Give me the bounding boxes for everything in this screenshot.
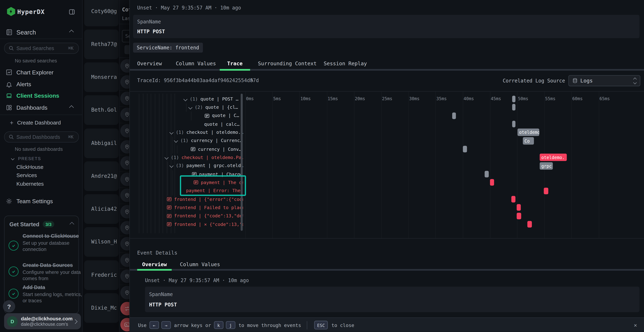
- swap-arrows-icon[interactable]: [120, 302, 130, 315]
- map-pin-icon[interactable]: [120, 75, 130, 89]
- sidebar-item-client-sessions[interactable]: Client Sessions: [0, 90, 82, 101]
- get-started-item[interactable]: Create Data Sources Configure where your…: [8, 262, 83, 282]
- trace-span-row[interactable]: frontend | Failed to place…: [130, 204, 243, 212]
- session-event-row[interactable]: [120, 139, 130, 156]
- log-source-select[interactable]: Logs: [568, 75, 640, 86]
- chevron-down-icon[interactable]: [170, 163, 176, 168]
- map-pin-icon[interactable]: [120, 172, 130, 186]
- span-duration-bar[interactable]: [463, 146, 467, 152]
- chevron-down-icon[interactable]: [189, 105, 195, 110]
- span-duration-bar[interactable]: [484, 171, 489, 178]
- get-started-item[interactable]: Connect to ClickHouse Set up your databa…: [8, 233, 83, 252]
- session-card[interactable]: Abbigail: [84, 128, 119, 158]
- tree-scrollbar[interactable]: [240, 94, 242, 231]
- session-event-row[interactable]: [120, 284, 130, 301]
- trace-span-row[interactable]: (1)checkout | oteldemo.Pa…: [130, 153, 243, 162]
- edit-pencil-icon[interactable]: ✎: [250, 77, 253, 83]
- sidebar-item-alerts[interactable]: Alerts: [0, 79, 82, 90]
- session-card[interactable]: Coty60@g: [84, 0, 119, 26]
- chevron-down-icon[interactable]: [174, 138, 180, 144]
- map-pin-icon[interactable]: [120, 188, 130, 202]
- map-pin-icon[interactable]: [120, 59, 130, 73]
- tab-event-column-values[interactable]: Column Values: [180, 261, 220, 267]
- session-event-row[interactable]: [120, 106, 130, 123]
- session-card[interactable]: Beth.Gol: [84, 95, 119, 125]
- span-duration-bar[interactable]: oteldemo: [518, 128, 539, 136]
- span-duration-bar[interactable]: grpc: [540, 162, 553, 170]
- span-duration-bar[interactable]: [511, 196, 516, 202]
- map-pin-icon[interactable]: [120, 156, 130, 170]
- trace-span-row[interactable]: frontend | {"error":{"code…: [130, 195, 243, 204]
- trace-span-row[interactable]: (3)payment | grpc.oteld…: [130, 162, 243, 170]
- get-started-item[interactable]: Add Data Start sending logs, metrics, or…: [8, 284, 83, 304]
- span-duration-bar[interactable]: [512, 121, 516, 127]
- trace-span-row[interactable]: currency | Conv…: [130, 145, 243, 153]
- close-icon[interactable]: ✕: [634, 322, 637, 328]
- chevron-down-icon[interactable]: [165, 155, 171, 160]
- map-pin-icon[interactable]: [120, 205, 130, 218]
- saved-dashboards-input[interactable]: Saved Dashboards ⌘K: [4, 132, 79, 142]
- span-duration-bar[interactable]: Co: [523, 137, 534, 144]
- session-event-row[interactable]: [120, 317, 130, 332]
- session-event-row[interactable]: [120, 268, 130, 285]
- span-duration-bar[interactable]: [544, 188, 548, 194]
- span-duration-bar[interactable]: [490, 179, 494, 186]
- help-button[interactable]: ?: [3, 300, 15, 312]
- chevron-up-icon[interactable]: [70, 222, 74, 227]
- span-duration-bar[interactable]: oteldemo.: [540, 154, 567, 161]
- span-duration-bar[interactable]: [517, 204, 521, 211]
- session-filter-button[interactable]: [124, 45, 130, 54]
- map-pin-icon[interactable]: [120, 92, 130, 105]
- map-pin-icon[interactable]: [120, 108, 130, 121]
- session-card[interactable]: Wilson_H: [84, 227, 119, 257]
- trace-span-row[interactable]: (2)quote | {cl…: [130, 103, 243, 112]
- saved-searches-input[interactable]: Saved Searches ⌘K: [4, 43, 79, 54]
- session-card[interactable]: Alicia42: [84, 194, 119, 224]
- session-card[interactable]: Frederic: [84, 260, 119, 290]
- sidebar-item-kubernetes[interactable]: Kubernetes: [0, 178, 82, 189]
- span-duration-bar[interactable]: [512, 104, 516, 111]
- hyperdx-logo-icon[interactable]: [6, 7, 16, 16]
- session-card[interactable]: Retha77@: [84, 30, 119, 59]
- trace-span-row[interactable]: frontend | × {"code":13,"d…: [130, 220, 243, 228]
- session-event-row[interactable]: [120, 155, 130, 172]
- trace-span-row[interactable]: (1)quote | POST …: [130, 95, 243, 103]
- span-duration-bar[interactable]: [452, 112, 456, 119]
- session-event-row[interactable]: [120, 220, 130, 236]
- span-duration-bar[interactable]: [512, 96, 516, 102]
- span-duration-bar[interactable]: [527, 221, 532, 228]
- chevron-up-icon[interactable]: [69, 105, 74, 110]
- terminal-icon[interactable]: [120, 318, 130, 332]
- trace-span-row[interactable]: (1)currency | Currenc…: [130, 137, 243, 145]
- sidebar-item-search[interactable]: Search: [0, 27, 82, 38]
- chevron-up-icon[interactable]: [69, 30, 74, 34]
- session-event-row[interactable]: [120, 301, 130, 317]
- sidebar-item-dashboards[interactable]: Dashboards: [0, 102, 82, 113]
- trace-span-row[interactable]: quote | C…: [130, 112, 243, 120]
- session-event-row[interactable]: [120, 90, 130, 107]
- map-pin-icon[interactable]: [120, 286, 130, 299]
- tab-event-overview[interactable]: Overview: [142, 261, 167, 267]
- map-pin-icon[interactable]: [120, 237, 130, 251]
- session-event-row[interactable]: [120, 204, 130, 220]
- map-pin-icon[interactable]: [120, 270, 130, 283]
- session-event-row[interactable]: [120, 58, 130, 74]
- tab-overview[interactable]: Overview: [137, 60, 162, 66]
- session-event-row[interactable]: [120, 74, 130, 91]
- tab-trace[interactable]: Trace: [227, 60, 242, 66]
- map-pin-icon[interactable]: [120, 140, 130, 154]
- tab-surrounding-context[interactable]: Surrounding Context: [258, 60, 317, 66]
- session-event-row[interactable]: [120, 123, 130, 139]
- brand-title[interactable]: HyperDX: [17, 8, 44, 16]
- trace-span-row[interactable]: quote | calc…: [130, 120, 243, 128]
- session-event-row[interactable]: [120, 252, 130, 269]
- session-event-row[interactable]: [120, 187, 130, 204]
- tab-column-values[interactable]: Column Values: [176, 60, 216, 66]
- map-pin-icon[interactable]: [120, 253, 130, 267]
- trace-span-row[interactable]: (1)checkout | oteldemo.…: [130, 128, 243, 137]
- sidebar-collapse-icon[interactable]: [68, 8, 75, 15]
- session-card[interactable]: Andre21@: [84, 161, 119, 191]
- session-card[interactable]: Dixie_Mc: [84, 293, 119, 323]
- session-event-row[interactable]: [120, 171, 130, 188]
- span-duration-bar[interactable]: [517, 212, 521, 219]
